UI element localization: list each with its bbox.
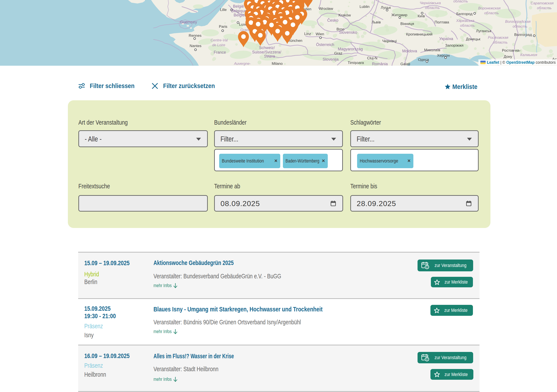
svg-text:Одеса: Одеса xyxy=(418,57,429,62)
svg-text:Nantes: Nantes xyxy=(190,44,201,48)
svg-text:România: România xyxy=(372,62,388,66)
svg-text:область: область xyxy=(425,6,440,10)
svg-text:Suisse/Svizzera/: Suisse/Svizzera/ xyxy=(252,50,281,54)
svg-text:Paris: Paris xyxy=(219,24,228,29)
svg-text:Österreich: Österreich xyxy=(316,42,334,47)
svg-text:Magyarország: Magyarország xyxy=(338,47,363,51)
svg-text:Чернігівська: Чернігівська xyxy=(420,1,441,5)
svg-text:Česko: Česko xyxy=(327,18,338,23)
svg-text:область: область xyxy=(513,24,527,28)
svg-text:область: область xyxy=(460,24,475,27)
svg-text:Волгоградская: Волгоградская xyxy=(505,19,531,24)
svg-text:Rennes: Rennes xyxy=(189,33,202,38)
svg-text:Ростовская: Ростовская xyxy=(488,35,508,40)
svg-text:Guernsey: Guernsey xyxy=(180,20,197,24)
svg-text:Чернівці: Чернівці xyxy=(382,39,397,43)
svg-text:область: область xyxy=(493,40,508,44)
svg-text:Milano: Milano xyxy=(272,62,283,66)
svg-text:Slovenija: Slovenija xyxy=(322,57,339,62)
svg-text:Житомир: Житомир xyxy=(392,13,408,17)
svg-text:Lublin: Lublin xyxy=(360,5,369,9)
svg-text:Auvergne-: Auvergne- xyxy=(234,62,251,65)
svg-text:область: область xyxy=(453,0,468,3)
svg-text:Kraków: Kraków xyxy=(338,13,351,17)
svg-text:Дону: Дону xyxy=(504,55,512,59)
svg-text:de Loire: de Loire xyxy=(212,43,225,47)
svg-text:Полтава: Полтава xyxy=(434,20,449,24)
svg-text:область: область xyxy=(484,11,499,15)
svg-text:Ростов-на-: Ростов-на- xyxy=(502,49,521,53)
svg-text:Волгоград: Волгоград xyxy=(514,33,532,37)
svg-text:Запоріжжя: Запоріжжя xyxy=(445,43,464,48)
svg-text:Graz: Graz xyxy=(334,51,343,55)
svg-text:Moldova: Moldova xyxy=(402,49,417,53)
svg-text:Timișoara: Timișoara xyxy=(348,61,364,65)
svg-text:Херсон: Херсон xyxy=(437,53,450,57)
svg-text:Svizra: Svizra xyxy=(264,54,275,58)
svg-text:Миколаїв: Миколаїв xyxy=(424,48,440,52)
svg-text:Centre-Val: Centre-Val xyxy=(211,38,228,42)
svg-text:Калмыкия: Калмыкия xyxy=(520,53,537,57)
svg-text:Белгород: Белгород xyxy=(456,12,473,16)
svg-text:Galați: Galați xyxy=(401,62,410,66)
svg-text:Саратовская: Саратовская xyxy=(531,1,554,5)
svg-text:Schweiz/: Schweiz/ xyxy=(259,46,275,50)
svg-text:Wrocław: Wrocław xyxy=(319,7,334,11)
svg-text:Харківська: Харківська xyxy=(456,19,475,23)
svg-text:Луцьк: Луцьк xyxy=(381,6,391,10)
svg-text:Lille: Lille xyxy=(220,8,227,12)
svg-text:Вінниця: Вінниця xyxy=(401,22,414,26)
svg-text:Slovensko: Slovensko xyxy=(339,30,357,35)
svg-text:Кропивницький: Кропивницький xyxy=(406,32,432,36)
svg-text:область: область xyxy=(537,6,551,10)
svg-text:Україна: Україна xyxy=(439,37,453,41)
svg-text:France: France xyxy=(214,50,226,55)
svg-text:Львів: Львів xyxy=(372,20,381,24)
svg-text:Донецьк: Донецьк xyxy=(466,37,481,41)
svg-text:Cluj-N: Cluj-N xyxy=(367,56,377,60)
svg-text:Linz: Linz xyxy=(304,32,311,36)
svg-text:Київ: Київ xyxy=(418,14,425,18)
svg-text:Wien: Wien xyxy=(316,32,324,36)
svg-text:Луганськ: Луганськ xyxy=(476,29,491,33)
svg-text:Воронежская: Воронежская xyxy=(478,6,500,10)
